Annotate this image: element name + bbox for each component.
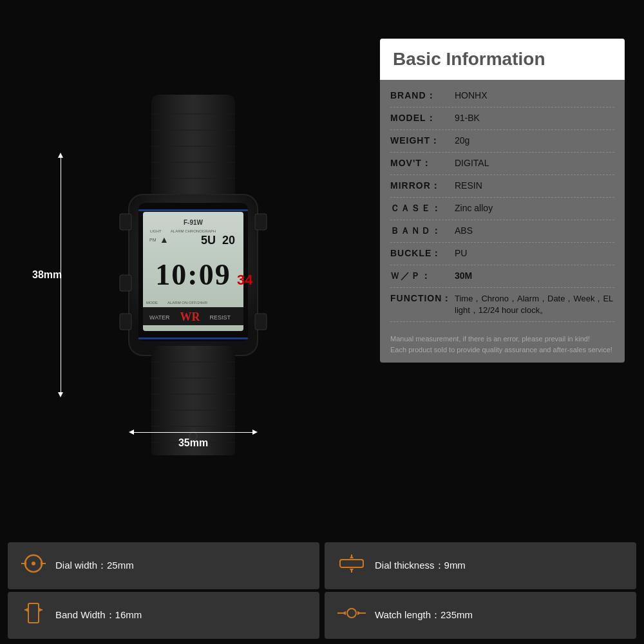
svg-rect-11 <box>255 214 267 230</box>
svg-point-41 <box>32 562 35 565</box>
info-rows: BRAND： HONHX MODEL： 91-BK WEIGHT： 20g MO… <box>380 80 625 327</box>
weight-value: 20g <box>455 135 614 146</box>
svg-text:10:09: 10:09 <box>155 258 231 291</box>
dim-line-horizontal <box>134 432 252 433</box>
arrow-right <box>252 430 258 435</box>
band-value: ABS <box>455 225 614 236</box>
spec-row-2: Band Width：16mm Watch length：235mm <box>8 592 636 639</box>
svg-rect-8 <box>120 214 131 230</box>
svg-rect-15 <box>138 337 248 339</box>
svg-text:MODE: MODE <box>146 301 158 305</box>
info-row-model: MODEL： 91-BK <box>390 108 614 130</box>
info-row-weight: WEIGHT： 20g <box>390 130 614 153</box>
movt-key: MOV'T： <box>390 158 455 169</box>
svg-point-56 <box>347 609 356 618</box>
band-width-label: Band Width：16mm <box>55 609 142 621</box>
svg-text:WR: WR <box>180 310 201 323</box>
svg-rect-51 <box>28 603 39 623</box>
wp-key: Ｗ／Ｐ： <box>390 270 455 282</box>
watch-svg: F-91W LIGHT ALARM CHRONOGRAPH PM ▲ 5U 20… <box>90 95 296 455</box>
spec-dial-thickness: Dial thickness：9mm <box>325 542 636 589</box>
height-label: 38mm <box>32 269 62 281</box>
svg-text:F-91W: F-91W <box>184 219 204 226</box>
svg-rect-14 <box>138 209 248 211</box>
dial-width-label: Dial width：25mm <box>55 560 134 572</box>
buckle-value: PU <box>455 248 614 258</box>
mirror-value: RESIN <box>455 180 614 191</box>
svg-text:RESIST: RESIST <box>209 314 231 321</box>
model-key: MODEL： <box>390 113 455 124</box>
svg-rect-10 <box>120 314 131 330</box>
disclaimer-line2: Each product sold to provide quality ass… <box>390 345 614 355</box>
spec-dial-width: Dial width：25mm <box>8 542 319 589</box>
svg-text:LIGHT: LIGHT <box>150 229 162 233</box>
width-dimension: 35mm <box>129 430 258 449</box>
spec-band-width: Band Width：16mm <box>8 592 319 639</box>
svg-text:ALARM  ON·OFF/24HR: ALARM ON·OFF/24HR <box>167 301 208 305</box>
dial-thickness-label: Dial thickness：9mm <box>375 560 466 572</box>
band-width-icon <box>21 601 46 630</box>
info-row-case: ＣＡＳＥ： Zinc alloy <box>390 198 614 220</box>
brand-value: HONHX <box>455 90 614 100</box>
disclaimer-line1: Manual measurement, if there is an error… <box>390 334 614 345</box>
model-value: 91-BK <box>455 113 614 123</box>
disclaimer: Manual measurement, if there is an error… <box>380 327 625 363</box>
watch-image: F-91W LIGHT ALARM CHRONOGRAPH PM ▲ 5U 20… <box>90 95 296 455</box>
svg-marker-54 <box>24 608 28 612</box>
watch-area: 38mm <box>19 26 367 524</box>
info-title: Basic Information <box>393 49 612 70</box>
top-section: 38mm <box>0 0 644 537</box>
info-row-wp: Ｗ／Ｐ： 30M <box>390 265 614 288</box>
info-row-buckle: BUCKLE： PU <box>390 243 614 265</box>
buckle-key: BUCKLE： <box>390 248 455 260</box>
svg-marker-49 <box>350 555 354 558</box>
svg-text:ALARM CHRONOGRAPH: ALARM CHRONOGRAPH <box>171 229 216 233</box>
svg-text:WATER: WATER <box>149 314 170 321</box>
svg-marker-60 <box>357 611 361 615</box>
svg-text:20: 20 <box>222 234 235 247</box>
arrow-left <box>129 430 134 435</box>
arrow-bottom <box>58 392 63 397</box>
case-key: ＣＡＳＥ： <box>390 203 455 214</box>
svg-rect-46 <box>340 560 363 567</box>
spec-watch-length: Watch length：235mm <box>325 592 636 639</box>
svg-marker-50 <box>350 569 354 572</box>
svg-text:PM: PM <box>149 238 156 242</box>
band-key: ＢＡＮＤ： <box>390 225 455 237</box>
info-row-movt: MOV'T： DIGITAL <box>390 153 614 175</box>
watch-length-label: Watch length：235mm <box>375 609 473 621</box>
svg-rect-0 <box>151 95 235 204</box>
movt-value: DIGITAL <box>455 158 614 168</box>
svg-text:▲: ▲ <box>160 234 169 245</box>
info-row-band: ＢＡＮＤ： ABS <box>390 220 614 243</box>
info-row-mirror: MIRROR： RESIN <box>390 175 614 198</box>
svg-marker-55 <box>39 608 43 612</box>
mirror-key: MIRROR： <box>390 180 455 192</box>
info-row-brand: BRAND： HONHX <box>390 85 614 108</box>
svg-text:34: 34 <box>237 272 253 288</box>
wp-value: 30M <box>455 270 614 281</box>
info-row-function: FUNCTION： Time，Chrono，Alarm，Date，Week，EL… <box>390 288 614 322</box>
watch-length-icon <box>337 603 366 628</box>
arrow-top <box>58 153 63 158</box>
brand-key: BRAND： <box>390 90 455 102</box>
dial-thickness-icon <box>337 554 366 577</box>
weight-key: WEIGHT： <box>390 135 455 147</box>
function-key: FUNCTION： <box>390 293 455 315</box>
function-value: Time，Chrono，Alarm，Date，Week，EL light，12/… <box>455 293 614 316</box>
svg-rect-12 <box>255 314 267 330</box>
bottom-specs: Dial width：25mm Dial thickness：9mm <box>0 537 644 644</box>
width-label: 35mm <box>129 437 258 449</box>
case-value: Zinc alloy <box>455 203 614 213</box>
dial-width-icon <box>21 551 46 580</box>
svg-rect-9 <box>120 275 131 291</box>
main-container: 38mm <box>0 0 644 644</box>
info-header: Basic Information <box>380 39 625 80</box>
info-panel: Basic Information BRAND： HONHX MODEL： 91… <box>380 39 625 363</box>
svg-marker-59 <box>342 611 346 615</box>
svg-text:5U: 5U <box>201 234 216 247</box>
spec-row-1: Dial width：25mm Dial thickness：9mm <box>8 542 636 589</box>
